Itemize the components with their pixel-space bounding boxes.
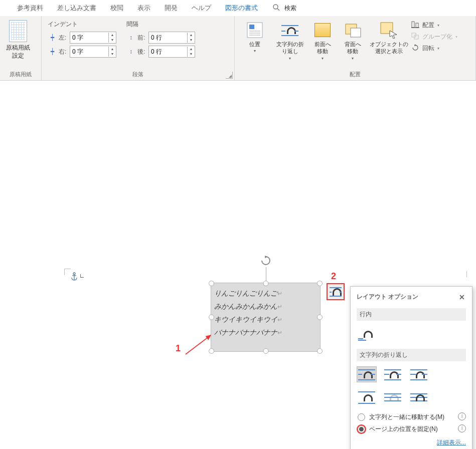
svg-rect-3 (249, 25, 254, 29)
genkou-label: 原稿用紙 設定 (6, 44, 30, 60)
rotate-button[interactable]: 回転▾ (411, 44, 457, 53)
position-button[interactable]: 位置▾ (238, 20, 272, 62)
resize-handle-br[interactable] (317, 348, 323, 354)
anchor-icon (70, 272, 78, 283)
indent-right-icon: ┿ (48, 48, 57, 55)
layout-options-popup: レイアウト オプション ✕ 行内 文字列の折り返し (350, 286, 472, 449)
spinner-up[interactable]: ▲ (109, 47, 116, 52)
radio-fix-on-page[interactable]: ページ上の位置を固定(N) i (357, 424, 466, 433)
tab-help[interactable]: ヘルプ (185, 1, 218, 16)
tab-review[interactable]: 校閲 (103, 1, 130, 16)
ribbon-body: 原稿用紙 設定 原稿用紙 インデント ┿ 左: ▲▼ ┿ 右: (0, 16, 476, 81)
genkou-button[interactable]: 原稿用紙 設定 (3, 18, 33, 62)
text-wrap-button[interactable]: 文字列の折 り返し▾ (273, 20, 307, 62)
info-icon[interactable]: i (458, 424, 466, 432)
wrap-inline-option[interactable] (357, 326, 377, 342)
wrap-through-option[interactable] (409, 366, 429, 382)
tab-references[interactable]: 参考資料 (10, 1, 50, 16)
textbox-content: りんごりんごりんご↵ みかんみかんみかん↵ キウイキウイキウイ↵ バナナバナナバ… (211, 283, 320, 343)
radio-move-label: 文字列と一緒に移動する(M) (369, 412, 454, 421)
radio-icon (358, 413, 365, 421)
wrap-behind-option[interactable] (383, 389, 403, 405)
indent-right-input[interactable] (70, 47, 108, 56)
rotate-icon (411, 44, 419, 53)
align-icon (411, 21, 419, 30)
spinner-up[interactable]: ▲ (188, 33, 195, 38)
resize-handle-bl[interactable] (209, 348, 214, 354)
resize-handle-l[interactable] (209, 315, 214, 320)
spacing-after-input[interactable] (149, 47, 187, 56)
spacing-before-input[interactable] (149, 33, 187, 42)
layout-options-button[interactable] (327, 283, 345, 300)
spinner-down[interactable]: ▼ (109, 38, 116, 43)
document-area[interactable]: りんごりんごりんご↵ みかんみかんみかん↵ キウイキウイキウイ↵ バナナバナナバ… (0, 81, 476, 449)
tab-view[interactable]: 表示 (130, 1, 157, 16)
resize-handle-t[interactable] (263, 281, 268, 286)
search-icon (272, 4, 280, 13)
resize-handle-tl[interactable] (209, 281, 214, 286)
spinner-down[interactable]: ▼ (188, 38, 195, 43)
svg-point-15 (73, 273, 75, 275)
selected-textbox[interactable]: りんごりんごりんご↵ みかんみかんみかん↵ キウイキウイキウイ↵ バナナバナナバ… (211, 283, 321, 352)
indent-left-spinner[interactable]: ▲▼ (70, 32, 116, 44)
genkou-icon (9, 20, 27, 42)
ribbon-tabs: 参考資料 差し込み文書 校閲 表示 開発 ヘルプ 図形の書式 検索 (0, 0, 476, 16)
selection-pane-label: オブジェクトの 選択と表示 (370, 41, 408, 55)
send-backward-button[interactable]: 背面へ 移動▾ (338, 20, 367, 62)
rotate-handle[interactable] (260, 255, 271, 266)
search-box[interactable]: 検索 (272, 4, 296, 13)
spacing-before-spinner[interactable]: ▲▼ (148, 32, 195, 44)
spacing-before-label: 前: (137, 34, 146, 42)
selection-pane-button[interactable]: オブジェクトの 選択と表示 (368, 20, 409, 62)
spinner-up[interactable]: ▲ (188, 47, 195, 52)
align-button[interactable]: 配置▾ (411, 21, 457, 30)
position-icon (246, 21, 264, 39)
radio-icon (358, 425, 365, 433)
indent-right-spinner[interactable]: ▲▼ (70, 46, 116, 58)
resize-handle-tr[interactable] (317, 281, 323, 286)
annotation-2: 2 (331, 271, 336, 282)
group-title-paragraph: 段落 (45, 69, 231, 80)
section-wrap: 文字列の折り返し (357, 349, 466, 361)
spacing-header: 間隔 (126, 20, 195, 29)
spinner-down[interactable]: ▼ (188, 52, 195, 57)
right-margin-mark (466, 271, 468, 277)
spacing-after-icon: ↕ (126, 48, 135, 55)
group-title-genkou: 原稿用紙 (3, 69, 38, 80)
svg-line-1 (277, 9, 279, 11)
svg-line-18 (186, 335, 211, 354)
section-inline: 行内 (357, 308, 466, 321)
resize-handle-r[interactable] (317, 315, 323, 320)
info-icon[interactable]: i (458, 412, 466, 420)
bring-forward-icon (313, 21, 332, 39)
send-backward-label: 背面へ 移動 (345, 41, 361, 55)
radio-move-with-text[interactable]: 文字列と一緒に移動する(M) i (357, 412, 466, 421)
selection-pane-icon (380, 21, 398, 39)
wrap-square-option[interactable] (357, 366, 377, 382)
bring-forward-button[interactable]: 前面へ 移動▾ (308, 20, 337, 62)
group-icon (411, 33, 419, 41)
popup-title: レイアウト オプション (357, 293, 418, 301)
radio-fix-label: ページ上の位置を固定(N) (369, 424, 454, 433)
cursor-mark (80, 274, 84, 278)
resize-handle-b[interactable] (263, 348, 268, 354)
svg-rect-10 (412, 22, 414, 28)
indent-left-input[interactable] (70, 33, 108, 42)
wrap-topbottom-option[interactable] (357, 389, 377, 405)
tab-shape-format[interactable]: 図形の書式 (218, 1, 265, 16)
svg-point-0 (273, 5, 278, 9)
paragraph-dialog-launcher[interactable] (226, 72, 233, 79)
spinner-up[interactable]: ▲ (109, 33, 116, 38)
indent-left-icon: ┿ (48, 34, 57, 41)
wrap-tight-option[interactable] (383, 366, 403, 382)
group-title-arrange: 配置 (238, 69, 472, 80)
tab-developer[interactable]: 開発 (157, 1, 185, 16)
details-link[interactable]: 詳細表示... (437, 439, 466, 446)
tab-mailmerge[interactable]: 差し込み文書 (50, 1, 103, 16)
wrap-front-option[interactable] (409, 389, 429, 405)
popup-close-button[interactable]: ✕ (458, 293, 466, 301)
spacing-after-spinner[interactable]: ▲▼ (148, 46, 195, 58)
spinner-down[interactable]: ▼ (109, 52, 116, 57)
indent-header: インデント (48, 20, 116, 29)
position-label: 位置 (249, 41, 260, 48)
